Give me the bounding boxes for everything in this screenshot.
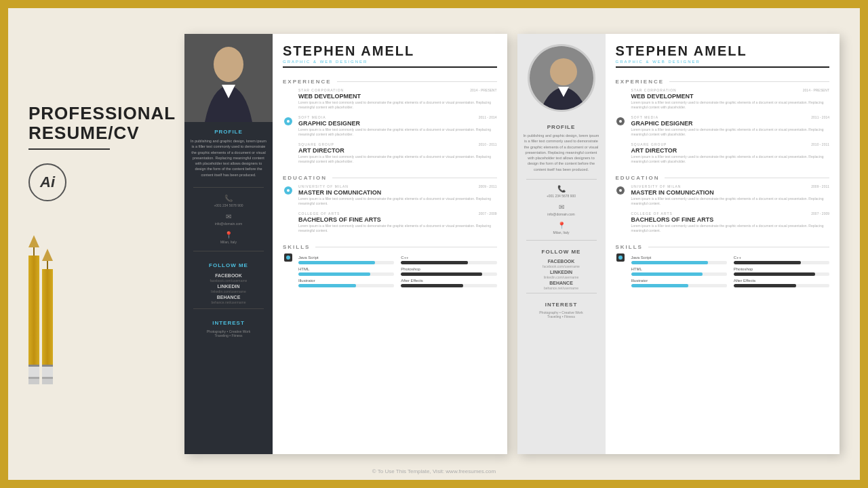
resume-card-2: PROFILE In publishing and graphic design…	[517, 34, 840, 454]
exp-item-2-2: 2011 - 2014 SOFT MEDIA GRAPHIC DESIGNER …	[616, 115, 830, 137]
resume-1-photo	[184, 34, 273, 122]
main-title: PROFESSIONAL RESUME/CV	[28, 104, 176, 142]
sidebar-2-behance-label: BEHANCE	[549, 281, 573, 285]
exp-content-2-2: 2011 - 2014 SOFT MEDIA GRAPHIC DESIGNER …	[626, 115, 830, 137]
exp-company-1-3: SQUARE GROUP	[298, 142, 497, 146]
timeline-dot-inner-1-2	[287, 120, 290, 123]
edu-desc-2-2: Lorem ipsum is a filler text commonly us…	[631, 224, 830, 233]
email-text-2: info@domain.com	[547, 212, 574, 216]
resume-2-subtitle: GRAPHIC & WEB DESIGNER	[616, 60, 830, 64]
svg-point-3	[550, 58, 577, 85]
edu-date-2-2: 2007 - 2009	[811, 211, 829, 216]
exp-desc-1-1: Lorem ipsum is a filler text commonly us…	[298, 100, 497, 110]
sidebar-2-profile-text: In publishing and graphic design, lorem …	[517, 133, 606, 172]
exp-company-1-2: SOFT MEDIA	[298, 115, 497, 119]
skill-bar-bg	[734, 272, 829, 276]
title-area: PROFESSIONAL RESUME/CV Ai	[28, 104, 184, 384]
exp-item-1-2: 2011 - 2014 SOFT MEDIA GRAPHIC DESIGNER …	[283, 115, 497, 137]
exp-title-2-2: GRAPHIC DESIGNER	[631, 120, 830, 127]
exp-company-2-2: SOFT MEDIA	[631, 115, 830, 119]
exp-content-1-2: 2011 - 2014 SOFT MEDIA GRAPHIC DESIGNER …	[293, 115, 497, 137]
resume-1-skills-title: SKILLS	[283, 244, 310, 250]
skill-item: After Effects	[734, 279, 829, 287]
exp-date-2-1: 2014 - PRESENT	[803, 88, 829, 92]
sidebar-2-linkedin-url: linkedin.com/username	[544, 275, 578, 279]
exp-content-1-1: 2014 - PRESENT STAR CORPORATION WEB DEVE…	[293, 88, 497, 110]
edu-timeline-2-2	[616, 211, 626, 233]
skill-bar-fill	[631, 261, 708, 264]
ai-badge: Ai	[28, 163, 66, 201]
skill-bar-bg	[631, 272, 727, 276]
sidebar-1-facebook-label: FACEBOOK	[215, 273, 242, 278]
edu-timeline-2-1	[616, 184, 626, 206]
sidebar-1-behance-label: BEHANCE	[217, 295, 241, 300]
resume-2-exp-title: EXPERIENCE	[616, 79, 665, 85]
exp-item-1-1: 2014 - PRESENT STAR CORPORATION WEB DEVE…	[283, 88, 497, 110]
pencil-1	[28, 235, 39, 384]
skill-item: HTML	[298, 267, 394, 276]
sidebar-1-facebook-url: facebook.com/username	[210, 279, 248, 283]
pencil-eraser-1	[28, 367, 39, 377]
email-icon-1: ✉	[226, 213, 231, 220]
resume-2-edu-title: EDUCATION	[616, 175, 660, 181]
skill-bar-fill	[401, 272, 482, 276]
edu-school-2-2: COLLEGE OF ARTS	[631, 211, 830, 216]
edu-desc-1-1: Lorem ipsum is a filler text commonly us…	[298, 197, 497, 206]
skills-line-1	[315, 247, 496, 247]
resume-2-sidebar: PROFILE In publishing and graphic design…	[517, 34, 606, 454]
exp-content-1-3: 2010 - 2011 SQUARE GROUP ART DIRECTOR Lo…	[293, 142, 497, 164]
phone-text-2: +001 234 5678 900	[547, 194, 576, 198]
exp-desc-2-3: Lorem ipsum is a filler text commonly us…	[631, 155, 830, 164]
pencil-tip-1	[28, 235, 39, 247]
skill-item: C++	[401, 256, 496, 264]
skill-bar-bg	[734, 284, 829, 287]
edu-content-1-1: 2009 - 2011 UNIVERSITY OF MILAN MASTER I…	[293, 184, 497, 206]
skill-name: Java Script	[631, 256, 727, 260]
sidebar-2-facebook-url: facebook.com/username	[542, 264, 580, 268]
resume-2-photo	[528, 44, 595, 112]
skill-bar-fill	[298, 272, 370, 276]
skill-bar-bg	[631, 284, 727, 287]
exp-date-1-3: 2010 - 2011	[479, 142, 497, 146]
sidebar-2-follow-title: FOLLOW ME	[542, 249, 581, 255]
phone-text-1: +001 234 5678 900	[214, 203, 243, 207]
top-border	[0, 0, 868, 8]
sidebar-1-follow-title: FOLLOW ME	[209, 262, 248, 268]
exp-title-2-3: ART DIRECTOR	[631, 147, 830, 154]
edu-date-1-1: 2009 - 2011	[479, 184, 497, 188]
timeline-2-2	[616, 115, 626, 137]
email-text-1: info@domain.com	[215, 222, 242, 226]
skills-grid-2: Java Script C++ HTML Photoshop	[631, 256, 830, 287]
left-border	[0, 0, 8, 488]
sidebar-1-linkedin-url: linkedin.com/username	[211, 289, 245, 293]
exp-company-2-1: STAR CORPORATION	[631, 88, 830, 92]
pencil-eraser-2	[42, 367, 53, 377]
sidebar-2-interest-text: Photography • Creative WorkTraveling • F…	[536, 310, 586, 319]
timeline-2-3	[616, 142, 626, 164]
skill-bar-bg	[401, 272, 496, 276]
resume-1-exp-title: EXPERIENCE	[283, 79, 332, 85]
exp-title-2-1: WEB DEVELOPMENT	[631, 93, 830, 100]
edu-line-2	[665, 178, 829, 178]
skill-bar-bg	[631, 261, 727, 264]
skills-row-1: Java Script C++ HTML Photoshop	[283, 253, 497, 287]
sidebar-2-div3	[526, 293, 597, 293]
exp-line-2	[669, 81, 829, 82]
skill-item: Illustrator	[298, 279, 394, 287]
exp-title-1-1: WEB DEVELOPMENT	[298, 93, 497, 100]
skill-item: After Effects	[401, 279, 496, 287]
title-divider	[28, 148, 110, 150]
resume-1-sidebar: PROFILE In publishing and graphic design…	[184, 34, 273, 454]
sidebar-1-email: ✉ info@domain.com	[215, 213, 242, 226]
sidebar-2-behance-url: behance.net/username	[544, 286, 578, 290]
edu-dot-2-1	[616, 186, 625, 195]
skill-bar-fill	[298, 261, 375, 264]
pencil-2	[42, 249, 53, 384]
exp-content-2-3: 2010 - 2011 SQUARE GROUP ART DIRECTOR Lo…	[626, 142, 830, 164]
skill-item: Photoshop	[734, 267, 829, 276]
bottom-border	[0, 480, 868, 488]
skills-icon-1	[283, 253, 293, 287]
edu-item-1-1: 2009 - 2011 UNIVERSITY OF MILAN MASTER I…	[283, 184, 497, 206]
sidebar-2-profile-title: PROFILE	[547, 124, 576, 130]
resume-2-header-divider	[616, 66, 830, 68]
